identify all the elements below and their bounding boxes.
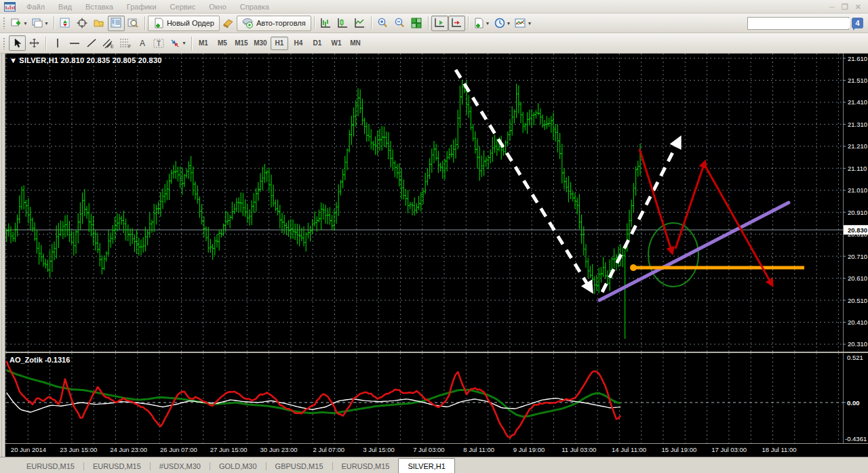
chart-tab-4[interactable]: GBPUSD,M15 bbox=[267, 459, 332, 473]
horizontal-line-button[interactable] bbox=[66, 35, 83, 51]
vertical-line-button[interactable] bbox=[49, 35, 66, 51]
menu-item-3[interactable]: Графики bbox=[120, 1, 163, 12]
time-axis[interactable]: 20 Jun 201423 Jun 15:0024 Jun 23:0026 Ju… bbox=[0, 444, 868, 457]
menu-item-6[interactable]: Справка bbox=[233, 1, 276, 12]
indicator-canvas[interactable]: 0.5210.00-0.4361 bbox=[0, 353, 868, 446]
trendline-button[interactable] bbox=[83, 35, 100, 51]
price-axis-label: 21.110 bbox=[848, 165, 867, 172]
toolbar-grip[interactable] bbox=[3, 37, 6, 49]
red-arrow-3[interactable] bbox=[705, 166, 770, 281]
panel-divider[interactable] bbox=[0, 352, 868, 353]
new-order-icon bbox=[153, 18, 164, 28]
arrows-button[interactable]: ▼ bbox=[167, 35, 189, 51]
auto-scroll-button[interactable] bbox=[431, 16, 448, 31]
menu-item-4[interactable]: Сервис bbox=[163, 1, 203, 12]
fibonacci-button[interactable]: F bbox=[117, 35, 134, 51]
crosshair-tool-button[interactable] bbox=[26, 35, 43, 51]
price-axis-label: 20.410 bbox=[848, 318, 867, 326]
indicators-button[interactable]: ▼ bbox=[471, 16, 492, 31]
window-controls: ─ ❐ ✕ bbox=[829, 3, 865, 11]
menu-item-5[interactable]: Окно bbox=[202, 1, 233, 12]
arrow-shapes-icon bbox=[170, 38, 180, 49]
price-chart-canvas[interactable]: 21.61021.51021.41021.31021.21021.11021.0… bbox=[0, 54, 868, 354]
timeframe-button-M15[interactable]: M15 bbox=[233, 37, 250, 50]
separator bbox=[54, 16, 54, 30]
equidistant-channel-icon: E bbox=[102, 38, 115, 49]
close-icon[interactable]: ✕ bbox=[855, 3, 861, 11]
zoom-out-button[interactable] bbox=[391, 16, 408, 31]
restore-icon[interactable]: ❐ bbox=[842, 3, 848, 11]
new-order-button[interactable]: Новый Ордер bbox=[148, 16, 220, 31]
price-axis-label: 20.310 bbox=[848, 340, 867, 348]
chart-tab-0[interactable]: EURUSD,M15 bbox=[18, 459, 83, 473]
timeframe-button-M30[interactable]: M30 bbox=[252, 37, 269, 50]
price-axis-label: 20.510 bbox=[848, 297, 867, 304]
navigator-button[interactable] bbox=[91, 16, 108, 31]
autotrading-icon bbox=[242, 18, 254, 28]
time-label: 26 Jun 07:00 bbox=[153, 446, 204, 453]
timeframe-button-M1[interactable]: M1 bbox=[195, 37, 212, 50]
minimize-icon[interactable]: ─ bbox=[829, 3, 835, 11]
autotrading-button[interactable]: Авто-торговля bbox=[237, 16, 311, 31]
chart-tab-bar: EURUSD,M15EURUSD,M15#USDX,M30GOLD,M30GBP… bbox=[0, 457, 868, 473]
orange-line-anchor[interactable] bbox=[630, 264, 637, 271]
zoom-in-button[interactable] bbox=[374, 16, 391, 31]
timeframe-button-H1[interactable]: H1 bbox=[271, 37, 288, 50]
separator bbox=[371, 16, 372, 30]
market-watch-button[interactable] bbox=[57, 16, 74, 31]
red-arrow-2[interactable] bbox=[675, 167, 703, 249]
timeframe-button-MN[interactable]: MN bbox=[347, 37, 364, 50]
search-area: 4 bbox=[747, 17, 866, 30]
cursor-icon bbox=[13, 38, 22, 48]
toolbar-grip[interactable] bbox=[3, 17, 6, 29]
terminal-button[interactable] bbox=[108, 16, 125, 31]
separator bbox=[144, 16, 145, 30]
timeframe-button-W1[interactable]: W1 bbox=[328, 37, 345, 50]
bar-chart-button[interactable] bbox=[317, 16, 334, 31]
strategy-tester-button[interactable] bbox=[125, 16, 142, 31]
menu-item-2[interactable]: Вставка bbox=[79, 1, 120, 12]
panel-list-icon bbox=[111, 18, 121, 28]
notifications-badge[interactable]: 4 bbox=[852, 18, 863, 28]
cursor-button[interactable] bbox=[9, 35, 26, 51]
data-window-button[interactable] bbox=[74, 16, 91, 31]
candlestick-button[interactable] bbox=[334, 16, 351, 31]
chart-shift-button[interactable] bbox=[448, 16, 465, 31]
fibonacci-icon: F bbox=[119, 38, 132, 49]
price-axis-label: 20.910 bbox=[848, 209, 867, 216]
chart-grid bbox=[6, 54, 843, 352]
periods-button[interactable]: ▼ bbox=[492, 16, 513, 31]
text-button[interactable]: A bbox=[134, 35, 151, 51]
zoom-out-icon bbox=[394, 18, 405, 28]
tile-windows-button[interactable] bbox=[408, 16, 425, 31]
chart-tab-3[interactable]: GOLD,M30 bbox=[210, 459, 266, 473]
price-axis-label: 21.410 bbox=[848, 98, 867, 106]
price-chart-svg[interactable]: 21.61021.51021.41021.31021.21021.11021.0… bbox=[0, 54, 868, 352]
channel-button[interactable]: E bbox=[100, 35, 117, 51]
timeframe-button-H4[interactable]: H4 bbox=[290, 37, 307, 50]
indicator-svg[interactable]: 0.5210.00-0.4361 bbox=[0, 353, 868, 443]
chart-tab-2[interactable]: #USDX,M30 bbox=[151, 459, 210, 473]
price-axis-label: 20.710 bbox=[848, 253, 867, 260]
menu-item-0[interactable]: Файл bbox=[20, 1, 52, 12]
profiles-button[interactable]: ▼ bbox=[30, 16, 51, 31]
chart-tab-1[interactable]: EURUSD,M15 bbox=[84, 459, 150, 473]
chart-tab-6[interactable]: SILVER,H1 bbox=[398, 458, 454, 473]
chevron-down-icon: ▼ bbox=[44, 21, 49, 26]
text-label-button[interactable]: T bbox=[151, 35, 167, 51]
menu-item-1[interactable]: Вид bbox=[52, 1, 79, 12]
templates-button[interactable]: ▼ bbox=[513, 16, 534, 31]
chevron-down-icon: ▼ bbox=[486, 21, 490, 26]
timeframe-button-M5[interactable]: M5 bbox=[214, 37, 231, 50]
white-up-arrow[interactable] bbox=[602, 146, 676, 292]
purple-trendline[interactable] bbox=[599, 203, 789, 300]
search-input[interactable] bbox=[748, 18, 850, 28]
time-label: 17 Jul 03:00 bbox=[703, 446, 755, 453]
line-chart-button[interactable] bbox=[351, 16, 368, 31]
time-label: 2 Jul 07:00 bbox=[303, 446, 355, 453]
timeframe-button-D1[interactable]: D1 bbox=[309, 37, 326, 50]
metaeditor-button[interactable] bbox=[220, 16, 237, 31]
chart-tab-5[interactable]: EURUSD,M15 bbox=[333, 459, 399, 473]
new-chart-button[interactable]: ▼ bbox=[9, 16, 30, 31]
white-down-arrow[interactable] bbox=[456, 70, 587, 284]
